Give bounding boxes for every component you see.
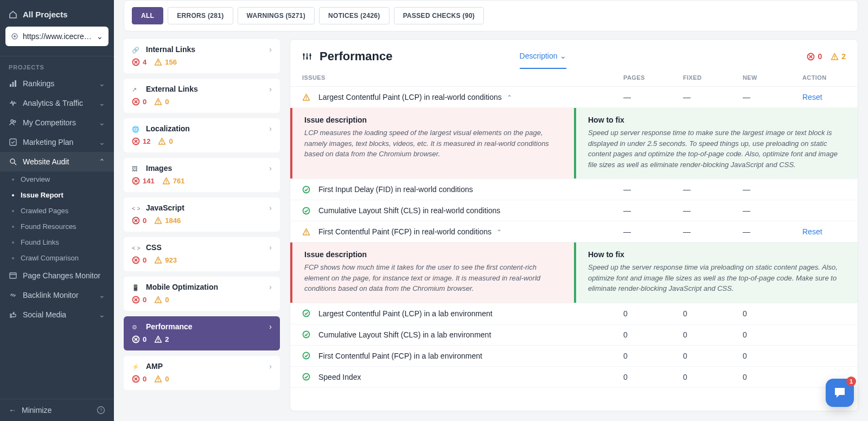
- chevron-down-icon: ⌄: [99, 310, 105, 319]
- fixed-cell: 0: [683, 309, 743, 318]
- error-count: 0: [132, 256, 146, 264]
- svg-point-17: [14, 120, 16, 123]
- issue-row[interactable]: First Contentful Paint (FCP) in a lab en…: [290, 346, 858, 367]
- category-card[interactable]: ⚡AMP›00: [124, 356, 280, 390]
- category-card[interactable]: 🔗Internal Links›4156: [124, 39, 280, 73]
- category-title: CSS: [146, 243, 162, 252]
- filter-all[interactable]: ALL: [132, 7, 163, 24]
- chevron-down-icon: ⌄: [99, 99, 105, 107]
- chevron-right-icon: ›: [269, 164, 272, 173]
- subnav-crawl-comparison[interactable]: Crawl Comparison: [0, 250, 114, 266]
- issue-row[interactable]: First Input Delay (FID) in real-world co…: [290, 179, 858, 200]
- new-cell: 0: [743, 352, 802, 360]
- chevron-right-icon: ›: [269, 45, 272, 54]
- issue-name: Largest Contentful Paint (LCP) in a lab …: [318, 309, 623, 318]
- subnav-found-links[interactable]: Found Links: [0, 234, 114, 250]
- issue-row[interactable]: First Contentful Paint (FCP) in real-wor…: [290, 221, 858, 243]
- projects-section-label: PROJECTS: [0, 59, 114, 74]
- subnav-overview[interactable]: Overview: [0, 171, 114, 187]
- reset-link[interactable]: Reset: [802, 227, 822, 236]
- category-card[interactable]: ⚙Performance›02: [124, 316, 280, 350]
- warning-count: 1846: [154, 216, 181, 225]
- detail-title: Performance: [320, 49, 393, 63]
- issue-name: First Contentful Paint (FCP) in a lab en…: [318, 352, 623, 360]
- nav-rankings[interactable]: Rankings⌄: [0, 74, 114, 93]
- check-icon: [302, 352, 314, 360]
- nav-page-changes[interactable]: Page Changes Monitor: [0, 266, 114, 285]
- th-issues: ISSUES: [302, 74, 623, 81]
- filter-bar: ALL ERRORS (281) WARNINGS (5271) NOTICES…: [124, 0, 858, 31]
- chevron-right-icon: ›: [269, 243, 272, 252]
- category-card[interactable]: 🖼Images›141761: [124, 158, 280, 192]
- th-action: ACTION: [802, 74, 846, 81]
- issue-row[interactable]: Speed Index000: [290, 367, 858, 388]
- svg-text:?: ?: [99, 407, 102, 413]
- error-count: 0: [132, 216, 146, 225]
- all-projects-link[interactable]: All Projects: [5, 7, 108, 27]
- category-title: Performance: [146, 322, 193, 331]
- new-cell: 0: [743, 309, 802, 318]
- nav-analytics[interactable]: Analytics & Traffic⌄: [0, 93, 114, 113]
- nav-social-media[interactable]: Social Media⌄: [0, 305, 114, 324]
- category-title: External Links: [146, 85, 198, 93]
- category-card[interactable]: < >CSS›0923: [124, 237, 280, 271]
- subnav-issue-report[interactable]: Issue Report: [0, 187, 114, 203]
- subnav-crawled-pages[interactable]: Crawled Pages: [0, 203, 114, 219]
- minimize-button[interactable]: Minimize: [22, 406, 52, 414]
- issue-description: Issue descriptionLCP measures the loadin…: [290, 108, 574, 178]
- issue-row[interactable]: Cumulative Layout Shift (CLS) in real-wo…: [290, 200, 858, 221]
- issue-row[interactable]: Largest Contentful Paint (LCP) in a lab …: [290, 303, 858, 324]
- chevron-right-icon: ›: [269, 203, 272, 212]
- category-card[interactable]: < >JavaScript›01846: [124, 197, 280, 232]
- svg-text:🖼: 🖼: [132, 165, 138, 172]
- svg-point-38: [306, 57, 308, 59]
- chat-button[interactable]: 1: [826, 379, 854, 407]
- chevron-right-icon: ›: [269, 124, 272, 133]
- view-dropdown[interactable]: Description ⌄: [520, 52, 566, 69]
- issue-row[interactable]: Largest Contentful Paint (LCP) in real-w…: [290, 87, 858, 108]
- pages-cell: —: [623, 185, 683, 194]
- fixed-cell: —: [683, 185, 743, 194]
- warning-count: 923: [154, 256, 177, 264]
- chevron-down-icon: ⌄: [99, 79, 105, 88]
- chevron-down-icon: ⌄: [97, 32, 103, 41]
- table-body: Largest Contentful Paint (LCP) in real-w…: [290, 87, 858, 411]
- category-icon: ↗: [132, 85, 141, 93]
- category-card[interactable]: 📱Mobile Optimization›00: [124, 277, 280, 311]
- nav-marketing-plan[interactable]: Marketing Plan⌄: [0, 132, 114, 152]
- new-cell: —: [743, 185, 802, 194]
- reset-link[interactable]: Reset: [802, 93, 822, 101]
- pages-cell: 0: [623, 373, 683, 381]
- how-to-fix: How to fixSpeed up the server response t…: [574, 243, 858, 303]
- nav-backlink-monitor[interactable]: Backlink Monitor⌄: [0, 285, 114, 305]
- svg-text:🔗: 🔗: [132, 46, 139, 54]
- main: ALL ERRORS (281) WARNINGS (5271) NOTICES…: [114, 0, 868, 421]
- filter-passed[interactable]: PASSED CHECKS (90): [394, 7, 484, 24]
- target-icon: [11, 33, 18, 40]
- help-icon[interactable]: ?: [97, 406, 105, 414]
- subnav-found-resources[interactable]: Found Resources: [0, 219, 114, 234]
- category-title: AMP: [146, 362, 163, 371]
- nav-competitors[interactable]: My Competitors⌄: [0, 113, 114, 132]
- detail-panel: Performance Description ⌄ 0 2 ISSUES PAG…: [290, 39, 858, 411]
- chevron-right-icon: ›: [269, 85, 272, 93]
- nav-website-audit[interactable]: Website Audit⌃: [0, 152, 114, 171]
- error-count: 0: [132, 98, 146, 106]
- svg-point-16: [11, 120, 13, 122]
- category-icon: ⚡: [132, 362, 141, 371]
- filter-warnings[interactable]: WARNINGS (5271): [238, 7, 315, 24]
- filter-notices[interactable]: NOTICES (2426): [319, 7, 390, 24]
- chevron-right-icon: ›: [269, 283, 272, 291]
- issue-row[interactable]: Cumulative Layout Shift (CLS) in a lab e…: [290, 324, 858, 346]
- filter-errors[interactable]: ERRORS (281): [168, 7, 233, 24]
- project-selector[interactable]: https://www.icecream... ⌄: [5, 27, 108, 46]
- new-cell: 0: [743, 373, 802, 381]
- category-card[interactable]: 🌐Localization›120: [124, 118, 280, 152]
- error-count: 4: [132, 58, 146, 66]
- all-projects-label: All Projects: [23, 10, 68, 19]
- category-icon: 🔗: [132, 46, 141, 54]
- svg-rect-18: [10, 139, 16, 145]
- chevron-down-icon: ⌄: [99, 118, 105, 127]
- svg-text:🌐: 🌐: [132, 125, 139, 133]
- category-card[interactable]: ↗External Links›00: [124, 79, 280, 113]
